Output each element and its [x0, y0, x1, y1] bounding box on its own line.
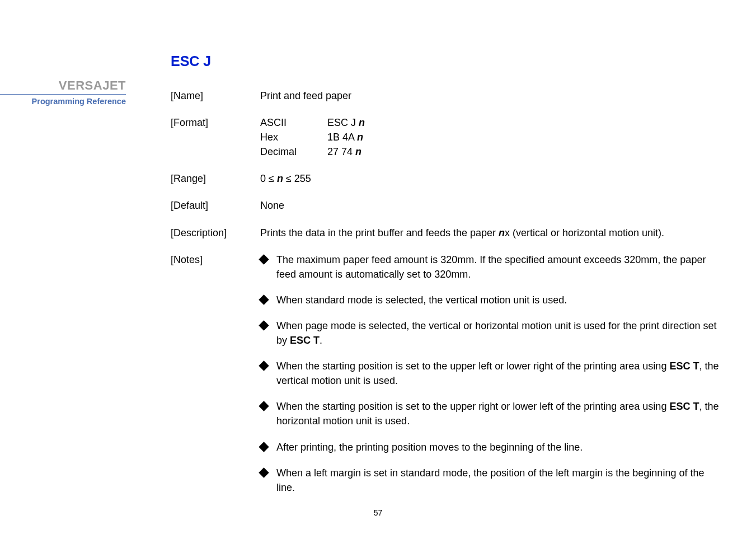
product-name: VERSAJET	[0, 78, 126, 93]
name-row: [Name] Print and feed paper	[171, 88, 722, 103]
note-item: When standard mode is selected, the vert…	[260, 293, 722, 307]
bullet-icon	[259, 401, 269, 411]
page-number: 57	[374, 508, 383, 517]
default-row: [Default] None	[171, 198, 722, 213]
sidebar: VERSAJET Programming Reference	[0, 0, 132, 534]
format-label: [Format]	[171, 115, 260, 159]
format-ascii-value: ESC J n	[327, 115, 365, 130]
format-ascii-label: ASCII	[260, 115, 327, 130]
note-text: When a left margin is set in standard mo…	[276, 466, 722, 495]
bullet-icon	[259, 254, 269, 264]
description-row: [Description] Prints the data in the pri…	[171, 226, 722, 240]
note-item: When a left margin is set in standard mo…	[260, 466, 722, 495]
format-hex-label: Hex	[260, 130, 327, 144]
main-content: ESC J [Name] Print and feed paper [Forma…	[132, 0, 756, 534]
bullet-icon	[259, 294, 269, 305]
format-dec-label: Decimal	[260, 144, 327, 159]
note-item: After printing, the printing position mo…	[260, 440, 722, 455]
note-item: The maximum paper feed amount is 320mm. …	[260, 252, 722, 282]
note-text: When page mode is selected, the vertical…	[276, 318, 722, 348]
name-label: [Name]	[171, 88, 260, 103]
description-label: [Description]	[171, 226, 260, 240]
note-item: When page mode is selected, the vertical…	[260, 318, 722, 348]
range-value: 0 ≤ n ≤ 255	[260, 171, 722, 186]
format-ascii: ASCII ESC J n	[260, 115, 722, 130]
notes-row: [Notes] The maximum paper feed amount is…	[171, 252, 722, 506]
default-value: None	[260, 198, 722, 213]
note-text: The maximum paper feed amount is 320mm. …	[276, 252, 722, 282]
note-text: When the starting position is set to the…	[276, 359, 722, 388]
note-item: When the starting position is set to the…	[260, 399, 722, 428]
doc-title: Programming Reference	[0, 97, 126, 106]
note-text: When standard mode is selected, the vert…	[276, 293, 722, 307]
format-hex-value: 1B 4A n	[327, 130, 363, 144]
format-hex: Hex 1B 4A n	[260, 130, 722, 144]
description-value: Prints the data in the print buffer and …	[260, 226, 722, 240]
bullet-icon	[259, 360, 269, 371]
sidebar-divider	[0, 94, 126, 95]
notes-label: [Notes]	[171, 252, 260, 506]
format-dec: Decimal 27 74 n	[260, 144, 722, 159]
range-label: [Range]	[171, 171, 260, 186]
format-row: [Format] ASCII ESC J n Hex 1B 4A n Decim…	[171, 115, 722, 159]
default-label: [Default]	[171, 198, 260, 213]
note-item: When the starting position is set to the…	[260, 359, 722, 388]
name-value: Print and feed paper	[260, 88, 722, 103]
bullet-icon	[259, 442, 269, 452]
bullet-icon	[259, 320, 269, 330]
command-heading: ESC J	[171, 53, 722, 69]
format-dec-value: 27 74 n	[327, 144, 361, 159]
bullet-icon	[259, 467, 269, 477]
note-text: After printing, the printing position mo…	[276, 440, 722, 455]
note-text: When the starting position is set to the…	[276, 399, 722, 428]
range-row: [Range] 0 ≤ n ≤ 255	[171, 171, 722, 186]
